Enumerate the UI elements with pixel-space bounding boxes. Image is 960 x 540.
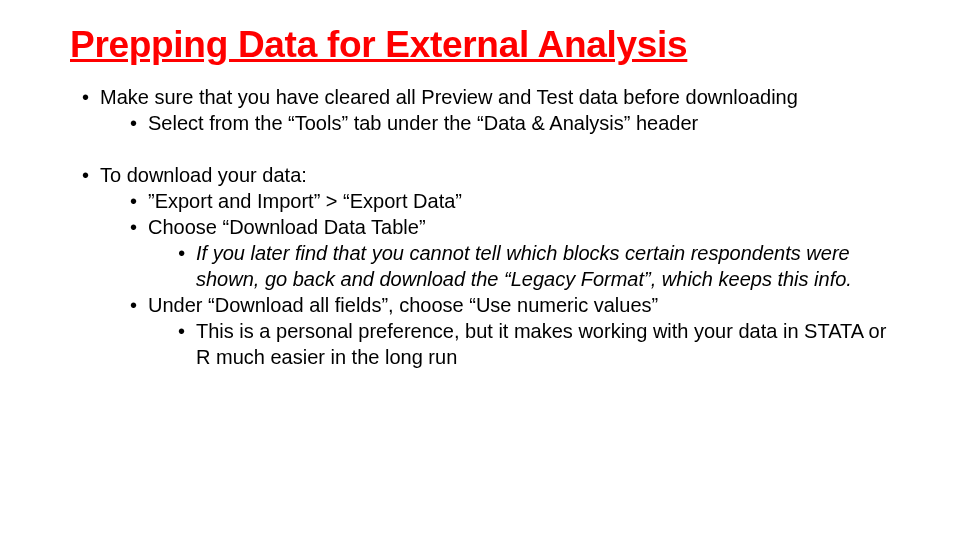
spacer <box>70 136 890 162</box>
list-item: Select from the “Tools” tab under the “D… <box>148 110 890 136</box>
bullet-list: Make sure that you have cleared all Prev… <box>70 84 890 136</box>
list-item: This is a personal preference, but it ma… <box>196 318 890 370</box>
list-item: Choose “Download Data Table” <box>148 214 890 240</box>
bullet-list: To download your data: ”Export and Impor… <box>70 162 890 370</box>
list-item: If you later find that you cannot tell w… <box>196 240 890 292</box>
slide-title: Prepping Data for External Analysis <box>70 24 890 66</box>
list-item: ”Export and Import” > “Export Data” <box>148 188 890 214</box>
list-item: To download your data: <box>100 162 890 188</box>
slide: Prepping Data for External Analysis Make… <box>0 0 960 370</box>
list-item: Under “Download all fields”, choose “Use… <box>148 292 890 318</box>
list-item: Make sure that you have cleared all Prev… <box>100 84 890 110</box>
